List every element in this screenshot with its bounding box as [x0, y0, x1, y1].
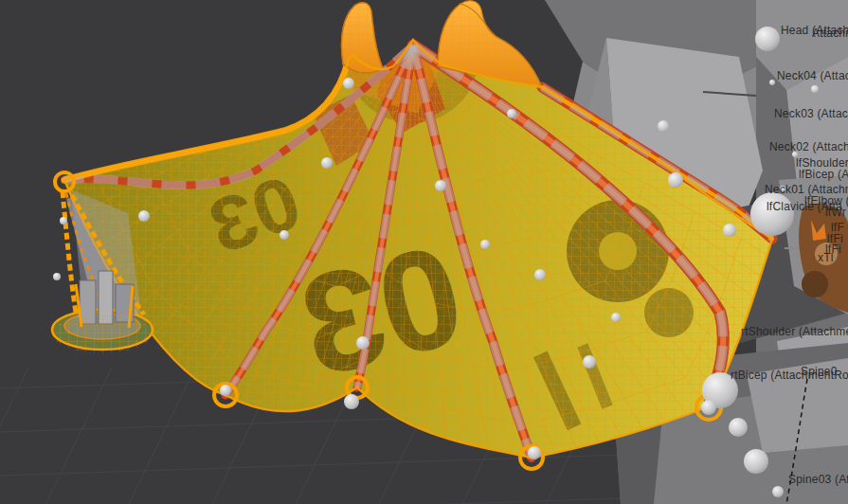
viewport[interactable]: 03 03 — [0, 0, 848, 504]
viewport-canvas[interactable]: 03 03 — [0, 0, 848, 504]
